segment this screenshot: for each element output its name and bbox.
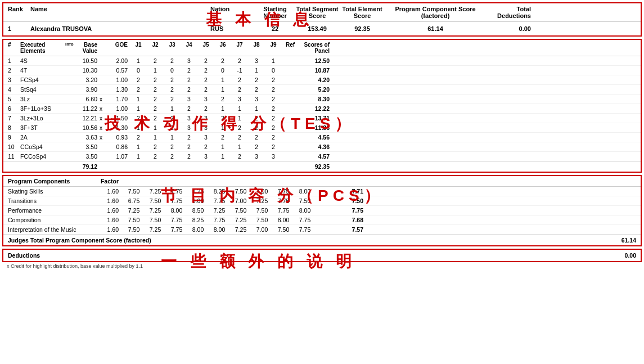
tes-row-j3: 2 bbox=[164, 96, 181, 102]
tes-row-j8: 2 bbox=[248, 124, 265, 131]
tes-row-j5: 2 bbox=[197, 105, 214, 112]
pcs-row-ref bbox=[316, 188, 332, 195]
tes-row-j4: 2 bbox=[181, 86, 197, 93]
tes-row-j9: 2 bbox=[265, 143, 282, 150]
pcs-row-j7: 7.25 bbox=[251, 197, 273, 204]
tes-row-j4: 3 bbox=[181, 115, 197, 122]
pcs-row-j1: 7.50 bbox=[123, 217, 145, 223]
header-labels: Rank Name Nation Starting Number Total S… bbox=[3, 3, 641, 22]
tes-row-elem: 2A bbox=[20, 134, 65, 141]
pcs-row-j6: 7.00 bbox=[230, 197, 251, 204]
pcs-row-factor: 1.60 bbox=[98, 217, 123, 223]
starting-number-label: Starting Number bbox=[255, 6, 295, 19]
tes-row-num: 9 bbox=[8, 134, 20, 141]
tes-row-j6: 1 bbox=[214, 143, 231, 150]
tes-row-j2: 2 bbox=[147, 105, 164, 112]
tes-row-score: 4.56 bbox=[299, 134, 330, 141]
tes-row: 7 3Lz+3Lo 12.21 x 1.50 2 2 2 3 3 2 1 2 2… bbox=[3, 114, 641, 123]
tes-row-x: x bbox=[100, 96, 107, 102]
tes-row-j3: 2 bbox=[164, 153, 181, 160]
tes-row-elem: FCSp4 bbox=[20, 77, 65, 83]
tes-col-j1: J1 bbox=[130, 42, 147, 54]
tes-row: 5 3Lz 6.60 x 1.70 1 2 2 3 3 2 3 3 2 8.30 bbox=[3, 95, 641, 104]
tes-row: 11 FCCoSp4 3.50 1.07 1 2 2 2 3 1 2 3 3 4… bbox=[3, 152, 641, 161]
tes-row-j1: 1 bbox=[130, 96, 147, 102]
tes-row-goe: 2.00 bbox=[107, 57, 130, 64]
pcs-row-name: Skating Skills bbox=[8, 188, 98, 195]
pcs-row-j3: 7.75 bbox=[166, 197, 187, 204]
tes-row-j7: 2 bbox=[231, 134, 248, 141]
pcs-row: Composition 1.60 7.50 7.50 7.75 8.25 7.7… bbox=[3, 215, 641, 225]
tes-row-j3: 0 bbox=[164, 67, 181, 74]
tes-row-j3: 1 bbox=[164, 105, 181, 112]
pcs-row-j7: 7.00 bbox=[251, 226, 273, 233]
pcs-row-ref bbox=[316, 217, 332, 223]
tes-row-j6: 2 bbox=[214, 134, 231, 141]
tes-row-j4: 2 bbox=[181, 153, 197, 160]
tes-row-j4: 3 bbox=[181, 57, 197, 64]
tes-row-j6: 2 bbox=[214, 115, 231, 122]
tes-row-j5: 2 bbox=[197, 57, 214, 64]
total-element-label: Total Element Score bbox=[340, 6, 385, 19]
skater-pcs: 61.14 bbox=[385, 25, 486, 32]
tes-row-j5: 2 bbox=[197, 86, 214, 93]
pcs-row-score: 7.57 bbox=[332, 226, 363, 233]
tes-col-j3: J3 bbox=[164, 42, 181, 54]
tes-row-j9: 2 bbox=[265, 86, 282, 93]
tes-row-elem: 3Lz bbox=[20, 96, 65, 102]
tes-row-j2: 1 bbox=[147, 67, 164, 74]
tes-row-goe: 0.86 bbox=[107, 143, 130, 150]
pcs-factor-label: Factor bbox=[98, 178, 123, 185]
tes-row-num: 7 bbox=[8, 115, 20, 122]
deductions-row: Deductions 0.00 bbox=[3, 250, 641, 261]
pcs-row-j4: 8.00 bbox=[187, 226, 209, 233]
tes-row-j8: 2 bbox=[248, 77, 265, 83]
tes-row-j5: 2 bbox=[197, 77, 214, 83]
tes-total-base: 79.12 bbox=[74, 163, 100, 170]
total-deductions-label: Total Deductions bbox=[486, 6, 531, 19]
deductions-label: Deductions bbox=[8, 252, 605, 259]
tes-row-x: x bbox=[100, 125, 107, 131]
tes-row: 6 3F+1Lo+3S 11.22 x 1.00 1 2 1 2 2 1 1 1… bbox=[3, 104, 641, 114]
pcs-title: Program Components bbox=[8, 178, 98, 185]
skater-starting-number: 22 bbox=[255, 25, 295, 32]
tes-row-x: x bbox=[100, 106, 107, 112]
tes-row-j6: 1 bbox=[214, 105, 231, 112]
tes-row-j4: 3 bbox=[181, 96, 197, 102]
tes-row-score: 4.57 bbox=[299, 153, 330, 160]
tes-row-j1: 1 bbox=[130, 124, 147, 131]
tes-row-goe: 1.00 bbox=[107, 105, 130, 112]
tes-rows-container: 1 4S 10.50 2.00 1 2 2 3 2 2 2 3 1 12.50 … bbox=[3, 56, 641, 161]
tes-row-j4: 2 bbox=[181, 67, 197, 74]
tes-row-j8: 3 bbox=[248, 57, 265, 64]
pcs-row: Interpretation of the Music 1.60 7.50 7.… bbox=[3, 225, 641, 235]
pcs-row-j3: 7.75 bbox=[166, 226, 187, 233]
tes-row-j3: 2 bbox=[164, 115, 181, 122]
tes-row-num: 4 bbox=[8, 86, 20, 93]
tes-row-goe: 0.57 bbox=[107, 67, 130, 74]
tes-row-j5: 3 bbox=[197, 124, 214, 131]
tes-row-goe: 0.93 bbox=[107, 134, 130, 141]
pcs-row-j9: 8.00 bbox=[294, 188, 316, 195]
tes-row-j8: 3 bbox=[248, 96, 265, 102]
pcs-row-j4: 8.50 bbox=[187, 207, 209, 214]
tes-col-j8: J8 bbox=[248, 42, 265, 54]
pcs-row-j5: 8.00 bbox=[209, 226, 230, 233]
tes-row-j5: 2 bbox=[197, 143, 214, 150]
tes-row-j2: 2 bbox=[147, 86, 164, 93]
tes-header-row: # Executed Elements Info Base Value GOE … bbox=[3, 40, 641, 56]
name-label: Name bbox=[30, 6, 143, 19]
tes-row-j9: 1 bbox=[265, 57, 282, 64]
tes-row-j8: 2 bbox=[248, 143, 265, 150]
tes-row-j8: 2 bbox=[248, 115, 265, 122]
tes-row-score: 11.86 bbox=[299, 124, 330, 131]
tes-row-j5: 3 bbox=[197, 96, 214, 102]
tes-row-j2: 2 bbox=[147, 153, 164, 160]
tes-row-x: x bbox=[100, 115, 107, 122]
tes-row-elem: FCCoSp4 bbox=[20, 153, 65, 160]
pcs-label: Program Component Score (factored) bbox=[385, 6, 486, 19]
tes-row-goe: 1.30 bbox=[107, 86, 130, 93]
tes-col-j7: J7 bbox=[231, 42, 248, 54]
tes-row-goe: 1.30 bbox=[107, 124, 130, 131]
pcs-row-name: Performance bbox=[8, 207, 98, 214]
